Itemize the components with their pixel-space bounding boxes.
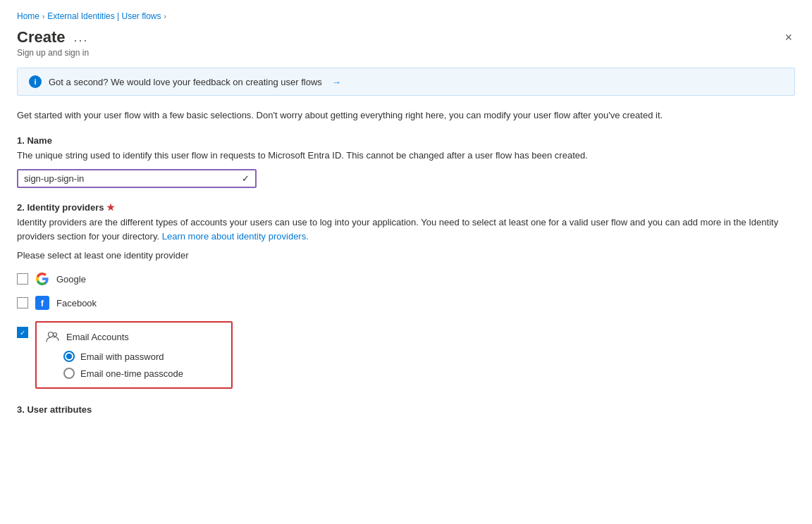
section-ua-number: 3. [17,404,25,415]
email-accounts-icon [45,330,59,344]
email-otp-radio-icon [63,368,75,379]
facebook-label: Facebook [56,298,97,308]
description-text: Get started with your user flow with a f… [17,108,795,123]
checkbox-check-icon: ✓ [20,329,25,337]
feedback-link[interactable]: → [329,77,341,87]
section-ua-title: 3. User attributes [17,404,795,415]
page-subtitle: Sign up and sign in [17,48,795,58]
radio-selected-dot [66,354,72,359]
section-idp-title: 2. Identity providers ★ [17,202,795,213]
provider-list: Google f Facebook ✓ [17,270,795,390]
ellipsis-button[interactable]: ... [70,29,91,46]
google-label: Google [56,274,86,285]
header-row: Create ... × [17,28,795,46]
facebook-provider-item: f Facebook [17,294,795,311]
svg-point-1 [54,333,57,337]
breadcrumb-chevron-2: › [164,13,166,20]
close-button[interactable]: × [782,28,795,46]
email-accounts-label: Email Accounts [66,332,129,342]
google-checkbox[interactable] [17,273,28,285]
dropdown-checkmark-icon: ✓ [242,173,250,184]
title-area: Create ... [17,28,92,46]
email-accounts-provider-item: ✓ Email Accounts [17,318,795,390]
section-name-number: 1. [17,135,25,146]
please-select-text: Please select at least one identity prov… [17,250,795,261]
required-star-icon: ★ [106,202,115,213]
section-idp-desc-text: Identity providers are the different typ… [17,217,778,242]
learn-more-link[interactable]: Learn more about identity providers. [162,231,309,242]
section-idp-desc: Identity providers are the different typ… [17,216,795,243]
user-attributes-section: 3. User attributes [17,404,795,415]
breadcrumb-home[interactable]: Home [17,11,39,21]
section-name-label: Name [27,135,51,146]
feedback-banner: i Got a second? We would love your feedb… [17,68,795,96]
identity-providers-section: 2. Identity providers ★ Identity provide… [17,202,795,390]
feedback-text: Got a second? We would love your feedbac… [49,77,322,87]
section-name-desc: The unique string used to identify this … [17,149,795,163]
email-accounts-box: Email Accounts Email with password [35,321,233,389]
facebook-checkbox[interactable] [17,297,28,308]
email-otp-label: Email one-time passcode [80,368,183,379]
email-accounts-header: Email Accounts [45,330,223,344]
email-password-radio-item[interactable]: Email with password [63,351,223,362]
section-name-title: 1. Name [17,135,795,146]
breadcrumb-chevron-1: › [42,13,44,20]
arrow-icon: → [332,77,341,87]
section-idp-number: 2. [17,202,25,213]
name-dropdown-value: sign-up-sign-in [24,173,84,184]
info-icon: i [29,75,42,88]
page-container: Home › External Identities | User flows … [0,0,812,435]
breadcrumb: Home › External Identities | User flows … [17,11,795,21]
section-ua-label: User attributes [27,404,92,415]
page-title: Create [17,28,65,46]
svg-point-0 [49,332,54,337]
email-accounts-checkbox[interactable]: ✓ [17,327,28,338]
breadcrumb-external-identities[interactable]: External Identities | User flows [47,11,161,21]
email-otp-radio-item[interactable]: Email one-time passcode [63,368,223,379]
facebook-icon: f [35,296,49,310]
email-password-label: Email with password [80,351,164,362]
email-password-radio-icon [63,351,75,362]
section-idp-label: Identity providers [27,202,104,213]
name-dropdown[interactable]: sign-up-sign-in ✓ [17,169,257,188]
email-radio-options: Email with password Email one-time passc… [63,351,223,379]
google-icon [35,272,49,286]
google-provider-item: Google [17,270,795,287]
